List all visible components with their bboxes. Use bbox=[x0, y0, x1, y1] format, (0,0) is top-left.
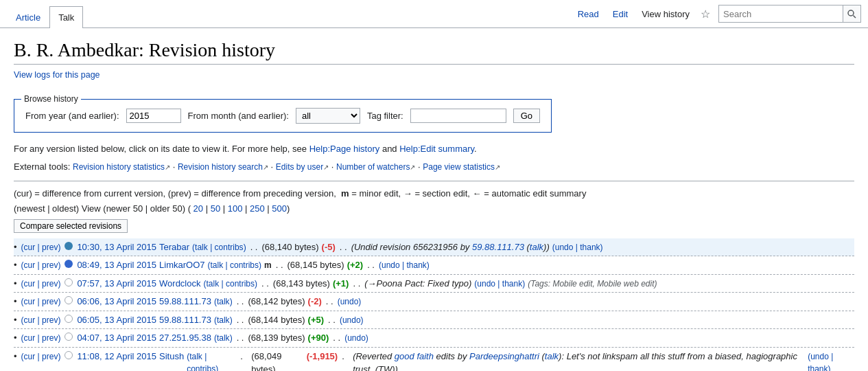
nav-20[interactable]: 20 bbox=[193, 203, 203, 214]
user-contribs[interactable]: contribs bbox=[215, 243, 244, 252]
year-input[interactable] bbox=[126, 109, 181, 123]
revision-user[interactable]: 59.88.111.73 bbox=[159, 313, 211, 327]
revision-date[interactable]: 11:08, 12 April 2015 bbox=[77, 350, 156, 363]
search-input[interactable] bbox=[719, 8, 843, 21]
prev-link[interactable]: prev bbox=[42, 352, 58, 361]
user-talk[interactable]: talk bbox=[217, 297, 230, 306]
undo-link[interactable]: undo bbox=[555, 243, 574, 252]
revision-user[interactable]: Sitush bbox=[159, 350, 184, 363]
user-talk[interactable]: talk bbox=[217, 315, 230, 325]
radio-older[interactable] bbox=[64, 242, 73, 250]
thank-link[interactable]: thank bbox=[808, 364, 828, 371]
user-contribs[interactable]: contribs bbox=[226, 279, 255, 289]
revision-date[interactable]: 04:07, 13 April 2015 bbox=[77, 331, 156, 345]
month-label: From month (and earlier): bbox=[188, 111, 289, 121]
user-talk[interactable]: talk bbox=[206, 279, 219, 289]
prev-link[interactable]: prev bbox=[42, 333, 58, 343]
revision-date[interactable]: 06:06, 13 April 2015 bbox=[77, 295, 156, 308]
prev-link[interactable]: prev bbox=[42, 260, 58, 270]
revision-date[interactable]: 06:05, 13 April 2015 bbox=[77, 313, 156, 327]
revision-date[interactable]: 10:30, 13 April 2015 bbox=[77, 240, 156, 254]
undo-link[interactable]: undo bbox=[342, 315, 361, 325]
revision-date[interactable]: 08:49, 13 April 2015 bbox=[77, 258, 156, 272]
cur-link[interactable]: cur bbox=[24, 352, 36, 361]
user-contribs[interactable]: contribs bbox=[187, 364, 215, 371]
prev-link[interactable]: prev bbox=[42, 279, 58, 289]
radio-btn[interactable] bbox=[64, 315, 73, 323]
radio-btn[interactable] bbox=[64, 351, 73, 359]
help-edit-summary-link[interactable]: Help:Edit summary bbox=[399, 144, 474, 154]
cur-link[interactable]: cur bbox=[24, 260, 36, 270]
nav-500[interactable]: 500 bbox=[272, 203, 287, 214]
thank-link[interactable]: thank bbox=[502, 279, 522, 289]
tab-article[interactable]: Article bbox=[7, 6, 49, 28]
radio-btn[interactable] bbox=[64, 278, 73, 286]
page-tabs: Article Talk bbox=[7, 0, 83, 27]
nav-50[interactable]: 50 bbox=[211, 203, 220, 214]
cur-link[interactable]: cur bbox=[24, 333, 36, 343]
divider bbox=[14, 181, 854, 181]
compare-selected-button[interactable]: Compare selected revisions bbox=[14, 219, 128, 233]
thank-link[interactable]: thank bbox=[580, 243, 600, 252]
undo-link[interactable]: undo bbox=[347, 333, 366, 343]
watchlist-star-button[interactable]: ☆ bbox=[696, 5, 714, 23]
edit-summary: (→Poona Pact: Fixed typo) bbox=[364, 277, 471, 291]
ext-link-watchers[interactable]: Number of watchers bbox=[336, 162, 415, 172]
good-faith-link[interactable]: good faith bbox=[395, 351, 434, 361]
undo-link[interactable]: undo bbox=[477, 279, 495, 289]
cur-link[interactable]: cur bbox=[24, 297, 36, 306]
revision-user[interactable]: LimkarOO7 bbox=[159, 258, 204, 272]
reverted-user2[interactable]: Pardeepsinghattri bbox=[469, 351, 539, 361]
nav-250[interactable]: 250 bbox=[250, 203, 265, 214]
month-select[interactable]: all JanuaryFebruaryMarch AprilMayJune Ju… bbox=[296, 108, 360, 124]
action-read[interactable]: Read bbox=[571, 3, 606, 25]
nav-100[interactable]: 100 bbox=[228, 203, 243, 214]
undo-link[interactable]: undo bbox=[810, 352, 829, 361]
cur-link[interactable]: cur bbox=[24, 279, 36, 289]
diff-count: (-2) bbox=[308, 295, 322, 308]
legend-text: (cur) = difference from current version,… bbox=[14, 187, 854, 201]
ext-link-revision-search[interactable]: Revision history search bbox=[178, 162, 268, 172]
go-button[interactable]: Go bbox=[513, 109, 540, 123]
search-button[interactable] bbox=[843, 5, 860, 22]
cur-link[interactable]: cur bbox=[24, 315, 36, 325]
prev-link[interactable]: prev bbox=[42, 243, 58, 252]
tab-talk[interactable]: Talk bbox=[49, 6, 83, 28]
user-talk[interactable]: talk bbox=[211, 260, 224, 270]
user-talk[interactable]: talk bbox=[195, 243, 208, 252]
action-view-history[interactable]: View history bbox=[635, 3, 696, 25]
view-logs-link[interactable]: View logs for this page bbox=[14, 70, 854, 80]
ext-link-edits-by-user[interactable]: Edits by user bbox=[276, 162, 329, 172]
revision-user[interactable]: 27.251.95.38 bbox=[159, 331, 211, 345]
revision-user[interactable]: Terabar bbox=[159, 240, 189, 254]
radio-btn[interactable] bbox=[64, 333, 73, 341]
revision-date[interactable]: 07:57, 13 April 2015 bbox=[77, 277, 156, 291]
user-talk[interactable]: talk bbox=[189, 352, 202, 361]
talk-contribs: (talk) bbox=[214, 314, 233, 326]
prev-link[interactable]: prev bbox=[42, 315, 58, 325]
reverted-user-talk[interactable]: talk bbox=[530, 242, 543, 252]
talk-contribs: (talk | contribs) bbox=[203, 278, 257, 290]
cur-link[interactable]: cur bbox=[24, 243, 36, 252]
user-talk[interactable]: talk bbox=[217, 333, 230, 343]
radio-btn[interactable] bbox=[64, 296, 73, 304]
bullet: • bbox=[14, 240, 17, 254]
svg-line-1 bbox=[854, 15, 856, 18]
help-page-history-link[interactable]: Help:Page history bbox=[309, 144, 380, 154]
reverted-user[interactable]: 59.88.111.73 bbox=[472, 242, 524, 252]
diff-count: (+2) bbox=[347, 258, 363, 272]
revision-user[interactable]: Wordclock bbox=[159, 277, 200, 291]
undo-link[interactable]: undo bbox=[382, 260, 400, 270]
prev-link[interactable]: prev bbox=[42, 297, 58, 306]
tag-filter-input[interactable] bbox=[410, 109, 506, 123]
radio-newer[interactable] bbox=[64, 260, 73, 268]
cur-prev-links: (cur | prev) bbox=[21, 332, 61, 344]
action-edit[interactable]: Edit bbox=[606, 3, 635, 25]
ext-link-revision-stats[interactable]: Revision history statistics bbox=[73, 162, 170, 172]
ext-link-page-views[interactable]: Page view statistics bbox=[423, 162, 500, 172]
thank-link[interactable]: thank bbox=[406, 260, 426, 270]
user-contribs[interactable]: contribs bbox=[230, 260, 259, 270]
undo-link[interactable]: undo bbox=[340, 297, 359, 306]
revision-user[interactable]: 59.88.111.73 bbox=[159, 295, 211, 308]
reverted-user2-talk[interactable]: talk bbox=[545, 351, 559, 361]
